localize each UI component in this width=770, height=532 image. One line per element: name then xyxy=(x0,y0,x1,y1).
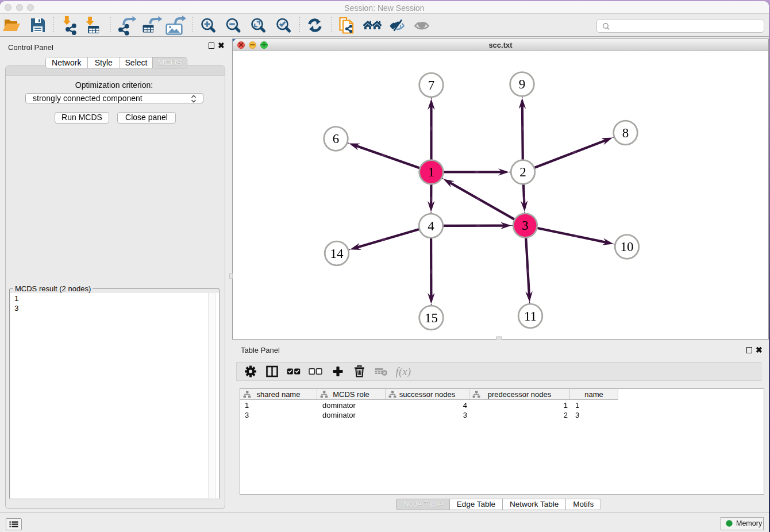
svg-text:3: 3 xyxy=(522,218,529,233)
svg-text:f(x): f(x) xyxy=(396,365,411,378)
svg-text:6: 6 xyxy=(333,132,340,146)
svg-text:7: 7 xyxy=(428,78,435,92)
svg-text:1: 1 xyxy=(428,165,435,179)
svg-text:2: 2 xyxy=(519,165,526,179)
svg-text:11: 11 xyxy=(524,309,537,323)
svg-text:15: 15 xyxy=(425,311,438,325)
svg-text:8: 8 xyxy=(622,126,629,140)
svg-text:10: 10 xyxy=(621,240,634,254)
svg-text:14: 14 xyxy=(330,246,344,261)
svg-text:9: 9 xyxy=(519,77,526,91)
svg-text:4: 4 xyxy=(428,219,434,233)
